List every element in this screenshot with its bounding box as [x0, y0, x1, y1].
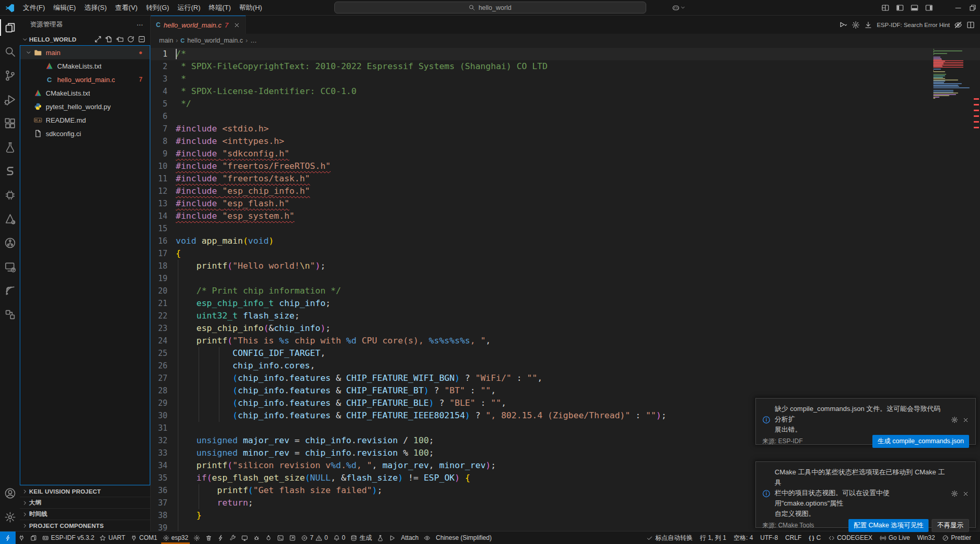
activity-esp-chip[interactable] [0, 183, 20, 207]
status-idf-setup[interactable] [16, 532, 28, 544]
code-line[interactable]: 18 printf("Hello world!\n"); [151, 260, 980, 272]
status-idf-target[interactable]: esp32 [160, 532, 191, 544]
status-build-tools[interactable] [227, 532, 239, 544]
code-line[interactable]: 5 */ [151, 98, 980, 110]
tree-item-main[interactable]: main● [20, 46, 150, 59]
code-line[interactable]: 21 esp_chip_info_t chip_info; [151, 297, 980, 310]
code-line[interactable]: 23 esp_chip_info(&chip_info); [151, 322, 980, 335]
status-run-task[interactable] [386, 532, 398, 544]
menu-item[interactable]: 帮助(H) [235, 2, 266, 14]
more-actions-icon[interactable]: ⋯ [137, 21, 143, 29]
code-line[interactable]: 22 uint32_t flash_size; [151, 310, 980, 322]
split-editor-button[interactable] [966, 21, 975, 29]
toggle-panel-button[interactable] [907, 1, 922, 15]
status-encoding[interactable]: UTF-8 [756, 532, 781, 544]
section-时间线[interactable]: 时间线 [20, 508, 150, 520]
status-remote-indicator[interactable] [0, 532, 16, 544]
status-open-commands[interactable] [286, 532, 298, 544]
close-icon[interactable] [233, 22, 240, 29]
code-line[interactable]: 11#include "freertos/task.h" [151, 173, 980, 185]
menu-item[interactable]: 选择(S) [80, 2, 111, 14]
copilot-button[interactable] [671, 1, 686, 15]
status-language-mode[interactable]: { }C [805, 532, 825, 544]
code-line[interactable]: 15 [151, 222, 980, 235]
new-file-button[interactable] [104, 35, 113, 44]
status-cursor-position[interactable]: 行 1, 列 1 [696, 532, 730, 544]
activity-remote-explorer[interactable] [0, 255, 20, 278]
run-code-button[interactable] [839, 21, 847, 29]
status-idf-docs[interactable] [28, 532, 40, 544]
code-line[interactable]: 17{ [151, 247, 980, 260]
menu-item[interactable]: 运行(R) [173, 2, 204, 14]
status-preview[interactable] [421, 532, 433, 544]
code-line[interactable]: 4 * SPDX-License-Identifier: CC0-1.0 [151, 85, 980, 98]
tree-item-cmakelists-txt[interactable]: CMakeLists.txt [20, 59, 150, 73]
code-line[interactable]: 10#include "freertos/FreeRTOS.h" [151, 160, 980, 173]
breadcrumb-item[interactable]: hello_world_main.c [187, 37, 243, 44]
code-line[interactable]: 2 * SPDX-FileCopyrightText: 2010-2022 Es… [151, 60, 980, 73]
code-line[interactable]: 6 [151, 110, 980, 123]
command-center-search[interactable]: hello_world [334, 2, 646, 14]
minimize-button[interactable] [951, 1, 965, 15]
tree-item-pytest-hello-world-py[interactable]: pytest_hello_world.py [20, 100, 150, 113]
code-line[interactable]: 25 CONFIG_IDF_TARGET, [151, 347, 980, 360]
compare-button[interactable] [93, 35, 102, 44]
tab-hello-world-main[interactable]: C hello_world_main.c 7 [151, 16, 246, 34]
code-line[interactable]: 12#include "esp_chip_info.h" [151, 185, 980, 197]
code-line[interactable]: 33 unsigned minor_rev = chip_info.revisi… [151, 447, 980, 459]
activity-project-manager[interactable] [0, 231, 20, 255]
status-eol[interactable]: CRLF [781, 532, 805, 544]
code-line[interactable]: 27 (chip_info.features & CHIP_FEATURE_WI… [151, 372, 980, 384]
code-line[interactable]: 14#include "esp_system.h" [151, 210, 980, 222]
code-editor[interactable]: 1/*2 * SPDX-FileCopyrightText: 2010-2022… [151, 47, 980, 531]
code-line[interactable]: 19 [151, 272, 980, 285]
status-flash-device[interactable] [215, 532, 227, 544]
code-line[interactable]: 20 /* Print chip information */ [151, 285, 980, 297]
code-line[interactable]: 1/* [151, 48, 980, 60]
breadcrumb[interactable]: main›Chello_world_main.c›… [151, 34, 980, 47]
gear-icon[interactable] [951, 468, 958, 519]
status-unit-test[interactable] [374, 532, 386, 544]
status-language-pack[interactable]: Chinese (Simplified) [433, 532, 494, 544]
code-line[interactable]: 13#include "esp_flash.h" [151, 197, 980, 210]
status-codegeex[interactable]: CODEGEEX [825, 532, 876, 544]
activity-espressif[interactable] [0, 278, 20, 302]
code-line[interactable]: 16void app_main(void) [151, 235, 980, 247]
code-line[interactable]: 28 (chip_info.features & CHIP_FEATURE_BT… [151, 384, 980, 397]
activity-settings[interactable] [0, 505, 20, 529]
toggle-primary-sidebar-button[interactable] [893, 1, 907, 15]
menu-item[interactable]: 编辑(E) [49, 2, 80, 14]
primary-button[interactable]: 配置 CMake 选项可见性 [848, 519, 929, 532]
status-build-task[interactable]: 生成 [348, 532, 374, 544]
section-大纲[interactable]: 大纲 [20, 497, 150, 508]
status-full-clean[interactable] [203, 532, 215, 544]
activity-extensions[interactable] [0, 111, 20, 135]
code-line[interactable]: 9#include "sdkconfig.h" [151, 148, 980, 160]
status-idf-terminal[interactable] [275, 532, 286, 544]
install-button[interactable] [864, 21, 872, 29]
activity-search[interactable] [0, 39, 20, 63]
activity-cmake-tools[interactable] [0, 207, 20, 231]
code-line[interactable]: 24 printf("This is %s chip with %d CPU c… [151, 335, 980, 347]
status-problems[interactable]: 70 [298, 532, 330, 544]
menu-item[interactable]: 转到(G) [142, 2, 174, 14]
code-line[interactable]: 3 * [151, 73, 980, 85]
status-monitor-device[interactable] [239, 532, 251, 544]
close-icon[interactable] [962, 405, 969, 435]
status-menuconfig[interactable] [191, 532, 203, 544]
activity-explorer[interactable] [0, 16, 20, 39]
idf-settings-button[interactable] [852, 21, 860, 29]
tree-item-cmakelists-txt[interactable]: CMakeLists.txt [20, 86, 150, 100]
tree-item-sdkconfig-ci[interactable]: sdkconfig.ci [20, 127, 150, 140]
code-line[interactable]: 8#include <inttypes.h> [151, 135, 980, 148]
toggle-secondary-sidebar-button[interactable] [922, 1, 936, 15]
activity-testing[interactable] [0, 135, 20, 159]
collapse-all-button[interactable] [137, 35, 146, 44]
code-line[interactable]: 26 chip_info.cores, [151, 360, 980, 372]
activity-esp-idf[interactable] [0, 159, 20, 183]
status-debug[interactable] [251, 532, 263, 544]
section-KEIL-UVISION-PROJECT[interactable]: KEIL UVISION PROJECT [20, 485, 150, 497]
activity-account[interactable] [0, 481, 20, 505]
restore-button[interactable] [965, 1, 980, 15]
menu-item[interactable]: 查看(V) [111, 2, 141, 14]
